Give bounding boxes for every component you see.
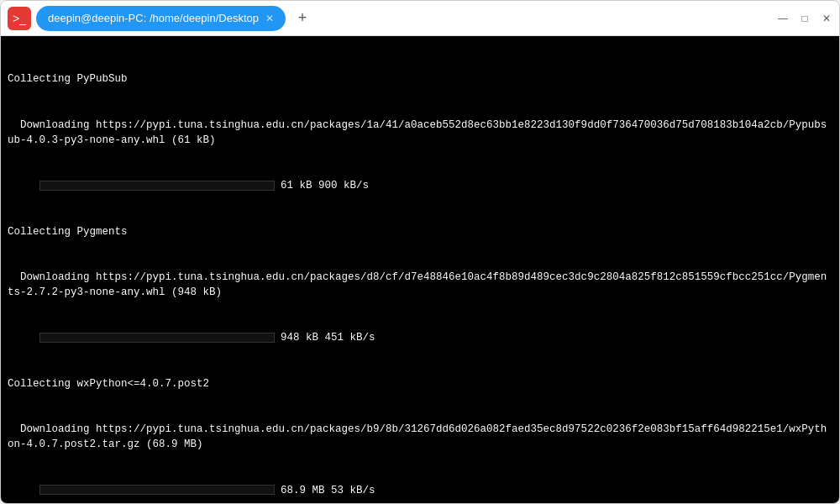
maximize-button[interactable]: □ [799, 13, 811, 24]
terminal-line: Downloading https://pypi.tuna.tsinghua.e… [8, 118, 832, 148]
titlebar: >_ deepin@deepin-PC: /home/deepin/Deskto… [1, 1, 839, 36]
progress-bar-2: 948 kB 451 kB/s [8, 330, 832, 345]
terminal-line: Collecting wxPython<=4.0.7.post2 [8, 376, 832, 391]
terminal-output[interactable]: Collecting PyPubSub Downloading https://… [1, 36, 839, 503]
progress-bar-1: 61 kB 900 kB/s [8, 178, 832, 193]
window-controls: — □ ✕ [777, 13, 832, 24]
terminal-line: Collecting PyPubSub [8, 71, 832, 87]
terminal-line: Downloading https://pypi.tuna.tsinghua.e… [8, 422, 832, 452]
new-tab-button[interactable]: + [291, 7, 314, 30]
progress-bar-3: 68.9 MB 53 kB/s [8, 483, 832, 498]
close-button[interactable]: ✕ [821, 13, 832, 24]
active-tab[interactable]: deepin@deepin-PC: /home/deepin/Desktop ✕ [36, 6, 286, 31]
terminal-app-icon: >_ [8, 7, 31, 30]
minimize-button[interactable]: — [777, 13, 789, 24]
terminal-line: Downloading https://pypi.tuna.tsinghua.e… [8, 270, 832, 300]
tab-label: deepin@deepin-PC: /home/deepin/Desktop [48, 12, 259, 24]
tab-close-icon[interactable]: ✕ [265, 13, 274, 24]
terminal-line: Collecting Pygments [8, 224, 832, 239]
terminal-window: >_ deepin@deepin-PC: /home/deepin/Deskto… [0, 0, 840, 504]
